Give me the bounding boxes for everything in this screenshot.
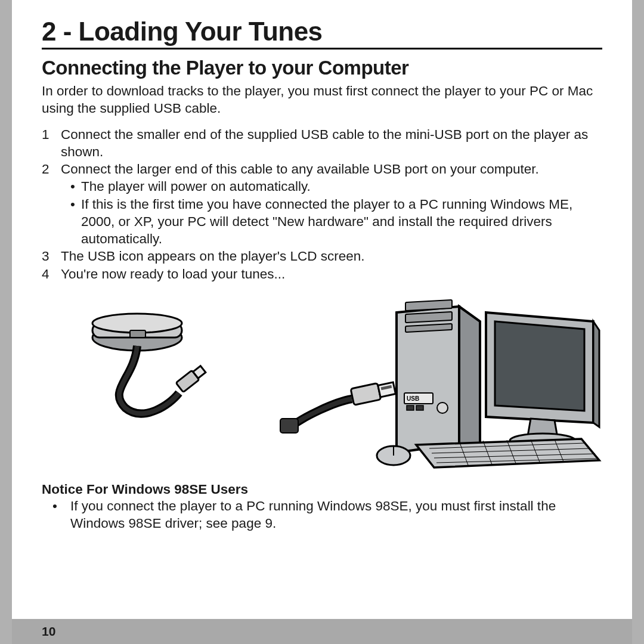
section-title: Connecting the Player to your Computer — [42, 57, 602, 79]
svg-rect-6 — [280, 419, 298, 433]
bullet-item: If this is the first time you have conne… — [70, 196, 602, 248]
svg-rect-8 — [378, 382, 396, 397]
mouse-icon — [377, 446, 410, 465]
step-item: 4 You're now ready to load your tunes... — [42, 265, 602, 283]
svg-rect-7 — [351, 383, 381, 405]
player-device-icon — [92, 314, 182, 351]
notice-item: If you connect the player to a PC runnin… — [42, 497, 602, 532]
steps-list: 1 Connect the smaller end of the supplie… — [42, 126, 602, 283]
step-text: Connect the larger end of this cable to … — [61, 162, 539, 177]
step-item: 1 Connect the smaller end of the supplie… — [42, 126, 602, 161]
step-number: 2 — [42, 160, 49, 178]
usb-cable-to-pc-icon — [280, 380, 396, 433]
step-text: You're now ready to load your tunes... — [61, 267, 285, 281]
step-number: 3 — [42, 247, 49, 265]
step-sub-bullets: The player will power on automatically. … — [70, 178, 602, 247]
step-text: The USB icon appears on the player's LCD… — [61, 249, 365, 264]
pc-tower-icon: USB — [397, 300, 480, 453]
chapter-title: 2 - Loading Your Tunes — [42, 17, 602, 49]
keyboard-icon — [416, 439, 599, 467]
connection-illustration: USB — [42, 289, 602, 473]
step-number: 1 — [42, 126, 49, 143]
notice-title: Notice For Windows 98SE Users — [42, 482, 602, 497]
svg-rect-3 — [130, 330, 145, 338]
svg-point-16 — [437, 402, 448, 413]
svg-rect-11 — [405, 312, 452, 323]
step-item: 3 The USB icon appears on the player's L… — [42, 247, 602, 265]
svg-rect-15 — [416, 405, 423, 410]
manual-page: 2 - Loading Your Tunes Connecting the Pl… — [12, 0, 632, 644]
step-item: 2 Connect the larger end of this cable t… — [42, 160, 602, 247]
svg-rect-10 — [405, 300, 452, 311]
usb-port-label: USB — [407, 395, 419, 402]
page-number: 10 — [12, 619, 632, 644]
step-number: 4 — [42, 265, 49, 283]
intro-paragraph: In order to download tracks to the playe… — [42, 83, 602, 117]
bullet-item: The player will power on automatically. — [70, 178, 602, 195]
svg-rect-14 — [407, 405, 414, 410]
monitor-icon — [486, 312, 599, 448]
step-text: Connect the smaller end of the supplied … — [61, 127, 588, 159]
notice-list: If you connect the player to a PC runnin… — [42, 497, 602, 532]
usb-cable-icon — [119, 346, 207, 414]
